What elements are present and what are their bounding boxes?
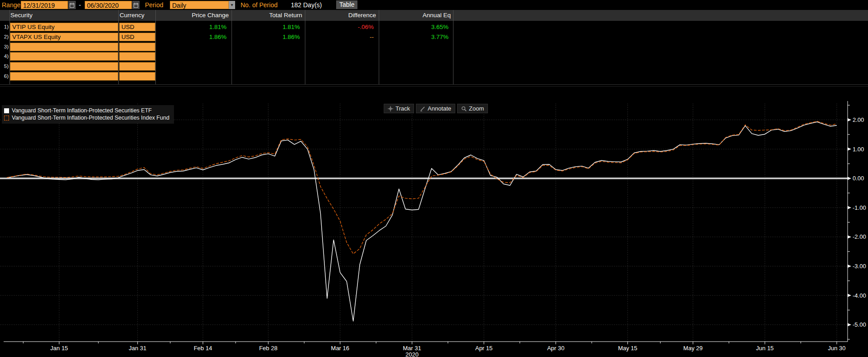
chart-grid [0, 104, 848, 342]
zoom-magnifier-icon [461, 106, 467, 111]
period-label: Period [145, 0, 163, 10]
difference-value: -- [305, 33, 374, 41]
annotate-label: Annotate [428, 105, 451, 112]
difference-value: -.06% [305, 23, 374, 31]
x-axis-label: May 15 [618, 345, 637, 352]
col-price-change: Price Change [155, 10, 229, 21]
x-axis-label: Jan 31 [129, 345, 146, 352]
y-axis-label: -3.00 [853, 263, 866, 270]
index-fund-price-line [7, 121, 837, 254]
security-field[interactable]: VTIP US Equity [10, 23, 118, 31]
col-difference: Difference [305, 10, 376, 21]
x-axis-label: Apr 30 [547, 345, 564, 352]
toolbar: Range 12/31/2019 - 06/30/2020 Period Dai… [0, 0, 868, 10]
x-axis-label: May 29 [683, 345, 703, 352]
table-header: Security Currency Price Change Total Ret… [0, 10, 868, 21]
no-of-period-label: No. of Period [241, 0, 278, 10]
table-row: 1) VTIP US Equity USD 1.81% 1.81% -.06% … [0, 23, 453, 31]
table-row: 2) VTAPX US Equity USD 1.86% 1.86% -- 3.… [0, 33, 453, 41]
chart-legend: Vanguard Short-Term Inflation-Protected … [2, 105, 174, 124]
x-axis-label: Feb 28 [259, 345, 277, 352]
y-axis-label: -4.00 [853, 292, 866, 299]
calendar-icon[interactable] [132, 1, 140, 9]
row-number: 2) [0, 33, 9, 41]
security-field[interactable] [10, 43, 118, 51]
chart-axes: 2.001.000.00-1.00-2.00-3.00-4.00-5.00Jan… [4, 101, 866, 357]
table-bottom-divider [0, 84, 868, 85]
chart-series [7, 121, 837, 321]
range-start-input[interactable]: 12/31/2019 [21, 1, 68, 9]
x-axis-year-label: 2020 [405, 351, 419, 357]
x-axis-label: Mar 16 [331, 345, 349, 352]
no-of-period-value: 182 Day(s) [291, 0, 322, 10]
row-number: 3) [0, 43, 9, 51]
total-return-value: 1.86% [231, 33, 300, 41]
etf-line-swatch [4, 108, 9, 113]
price-change-value: 1.81% [155, 23, 227, 31]
comparison-chart: 2.001.000.00-1.00-2.00-3.00-4.00-5.00Jan… [0, 87, 868, 357]
total-return-value: 1.81% [231, 23, 300, 31]
col-security: Security [10, 10, 33, 21]
y-axis-label: -1.00 [853, 204, 866, 211]
legend-item-etf[interactable]: Vanguard Short-Term Inflation-Protected … [4, 107, 169, 114]
zoom-button[interactable]: Zoom [457, 104, 488, 113]
legend-item-index-fund[interactable]: Vanguard Short-Term Inflation-Protected … [4, 115, 169, 121]
x-axis-label: Jan 15 [50, 345, 68, 352]
security-field[interactable] [10, 72, 118, 81]
legend-label: Vanguard Short-Term Inflation-Protected … [12, 107, 152, 114]
range-separator: - [79, 0, 81, 10]
annotate-pencil-icon [420, 106, 425, 111]
x-axis-label: Apr 15 [475, 345, 492, 352]
y-axis-label: 0.00 [853, 175, 864, 182]
y-axis-label: -5.00 [853, 321, 866, 328]
index-fund-line-swatch [4, 116, 9, 121]
col-currency: Currency [120, 10, 145, 21]
period-select[interactable]: Daily [170, 1, 229, 9]
x-axis-label: Mar 31 [403, 345, 421, 352]
track-button[interactable]: Track [384, 104, 414, 113]
calendar-icon-glyph [70, 3, 74, 8]
chevron-down-icon[interactable]: ▾ [229, 1, 235, 9]
security-field[interactable] [10, 62, 118, 71]
etf-price-line [7, 122, 837, 321]
currency-field[interactable]: USD [119, 33, 155, 41]
currency-field[interactable] [119, 72, 155, 81]
range-end-input[interactable]: 06/30/2020 [85, 1, 132, 9]
x-axis-label: Feb 14 [194, 345, 212, 352]
calendar-icon[interactable] [68, 1, 76, 9]
y-axis-label: 1.00 [853, 146, 864, 153]
currency-field[interactable] [119, 62, 155, 71]
comparison-chart-area: 2.001.000.00-1.00-2.00-3.00-4.00-5.00Jan… [0, 86, 868, 357]
calendar-icon-glyph [134, 3, 138, 8]
annual-eq-value: 3.77% [379, 33, 448, 41]
currency-field[interactable] [119, 43, 155, 51]
x-axis-label: Jun 30 [828, 345, 845, 352]
legend-label: Vanguard Short-Term Inflation-Protected … [12, 115, 169, 121]
security-field[interactable] [10, 52, 118, 61]
y-axis-label: 2.00 [853, 116, 864, 123]
currency-field[interactable] [119, 52, 155, 61]
col-annual-eq: Annual Eq [379, 10, 451, 21]
row-number: 4) [0, 52, 9, 61]
table-button[interactable]: Table [336, 0, 357, 9]
table-row: 3) [0, 43, 453, 51]
chart-controls: Track Annotate Zoom [384, 104, 488, 113]
col-total-return: Total Return [231, 10, 302, 21]
table-row: 5) [0, 62, 453, 71]
x-axis-label: Jun 15 [756, 345, 774, 352]
currency-field[interactable]: USD [119, 23, 155, 31]
bloomberg-comp-screen: { "toolbar": { "range_label": "Range", "… [0, 0, 868, 357]
zero-line [0, 178, 848, 179]
row-number: 5) [0, 62, 9, 71]
y-axis-label: -2.00 [853, 233, 866, 240]
divider [453, 10, 453, 84]
row-number: 1) [0, 23, 9, 31]
track-label: Track [395, 105, 410, 112]
price-change-value: 1.86% [155, 33, 227, 41]
table-row: 6) [0, 72, 453, 81]
zoom-label: Zoom [469, 105, 484, 112]
track-crosshair-icon [388, 106, 393, 111]
table-row: 4) [0, 52, 453, 61]
security-field[interactable]: VTAPX US Equity [10, 33, 118, 41]
annotate-button[interactable]: Annotate [416, 104, 455, 113]
